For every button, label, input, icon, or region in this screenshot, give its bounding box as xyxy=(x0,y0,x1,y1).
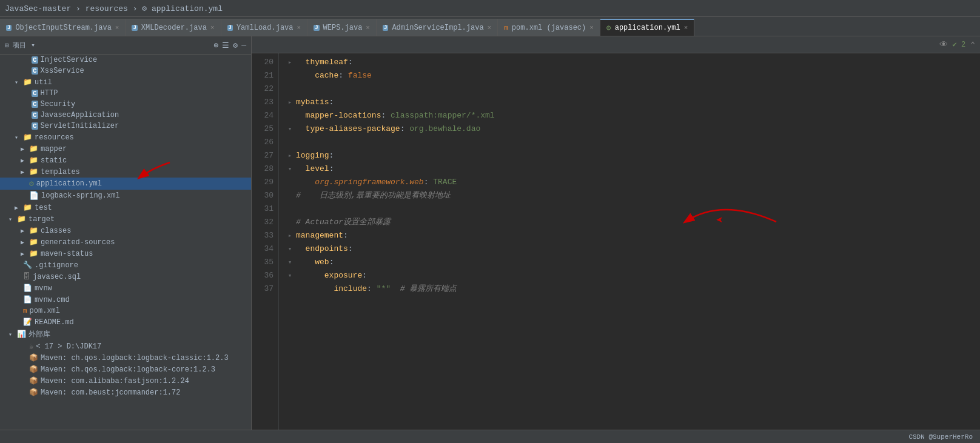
fold-gutter[interactable]: ▾ xyxy=(284,256,296,269)
tree-item-gitignore[interactable]: 🔧 .gitignore xyxy=(0,259,251,271)
tree-item-util[interactable]: ▾ 📁 util xyxy=(0,76,251,88)
code-text: web: xyxy=(296,256,334,269)
expand-arrow11: ▾ xyxy=(8,331,17,338)
tree-item-logback-core[interactable]: 📦 Maven: ch.qos.logback:logback-core:1.2… xyxy=(0,364,251,375)
eye-icon[interactable]: 👁 xyxy=(939,40,948,50)
collapse-icon[interactable]: ☰ xyxy=(222,41,229,50)
code-text: thymeleaf: xyxy=(296,56,353,69)
code-line-29: org.springframework.web: TRACE xyxy=(279,176,980,189)
java-tab-icon: J xyxy=(6,25,12,31)
tree-label: .gitignore xyxy=(35,261,78,270)
fold-gutter[interactable]: ▸ xyxy=(284,229,296,242)
tree-item-generated-sources[interactable]: ▶ 📁 generated-sources xyxy=(0,236,251,248)
fold-gutter[interactable]: ▾ xyxy=(284,122,296,136)
class-icon4: C xyxy=(32,101,38,108)
minimize-icon[interactable]: — xyxy=(241,41,246,50)
tree-label: javasec.sql xyxy=(33,273,81,281)
tree-label: Maven: ch.qos.logback:logback-classic:1.… xyxy=(41,354,229,362)
tree-item-maven-status[interactable]: ▶ 📁 maven-status xyxy=(0,248,251,259)
fold-gutter[interactable]: ▾ xyxy=(284,162,296,176)
code-text: management: xyxy=(296,229,348,242)
watermark-text: CSDN @SuperHerRo xyxy=(908,433,973,441)
class-icon5: C xyxy=(32,112,38,119)
tree-item-readme[interactable]: 📝 README.md xyxy=(0,316,251,328)
maven-tab-icon: m xyxy=(504,24,508,32)
tree-item-jdk17[interactable]: ☕ < 17 > D:\JDK17 xyxy=(0,341,251,352)
tree-item-pomxml[interactable]: m pom.xml xyxy=(0,305,251,316)
tree-label: application.yml xyxy=(36,179,102,188)
class-icon6: C xyxy=(32,122,38,130)
tab-adminservice[interactable]: J AdminServiceImpl.java × xyxy=(377,19,498,36)
expand-arrow3: ▶ xyxy=(21,145,29,153)
code-text: endpoints: xyxy=(296,242,353,256)
tab-xmldecoder[interactable]: J XMLDecoder.java × xyxy=(126,19,221,36)
code-text: type-aliases-package: org.bewhale.dao xyxy=(296,122,480,136)
fold-gutter[interactable]: ▸ xyxy=(284,96,296,109)
tree-item-javasecapp[interactable]: C JavasecApplication xyxy=(0,110,251,121)
toolbar-chevron[interactable]: ▾ xyxy=(31,41,35,49)
sync-icon[interactable]: ⊕ xyxy=(214,41,219,50)
close-icon[interactable]: × xyxy=(488,24,492,32)
tree-item-templates[interactable]: ▶ 📁 templates xyxy=(0,166,251,178)
tree-item-injectservice[interactable]: C InjectService xyxy=(0,55,251,65)
close-icon[interactable]: × xyxy=(366,24,370,32)
close-icon[interactable]: × xyxy=(589,24,594,32)
fold-gutter[interactable]: ▸ xyxy=(284,56,296,69)
close-icon[interactable]: × xyxy=(297,24,301,32)
code-line-35: ▾ web: xyxy=(279,256,980,269)
xml-icon: 📄 xyxy=(29,191,39,201)
tree-item-logback-classic[interactable]: 📦 Maven: ch.qos.logback:logback-classic:… xyxy=(0,352,251,364)
yaml-tab-icon: ⚙ xyxy=(606,23,611,33)
close-icon[interactable]: × xyxy=(684,24,688,32)
code-text: # 日志级别,最重要的功能是看映射地址 xyxy=(296,189,451,202)
tree-item-mvnwcmd[interactable]: 📄 mvnw.cmd xyxy=(0,294,251,305)
tree-label: test xyxy=(35,204,52,212)
top-bar: JavaSec-master › resources › ⚙ applicati… xyxy=(0,0,980,17)
dep-icon4: 📦 xyxy=(29,388,38,397)
fold-gutter[interactable]: ▾ xyxy=(284,269,296,282)
tree-item-servletinitializer[interactable]: C ServletInitializer xyxy=(0,121,251,132)
tree-item-external-libs[interactable]: ▾ 📊 外部库 xyxy=(0,328,251,341)
tab-objectinputstream[interactable]: J ObjectInputStream.java × xyxy=(0,19,126,36)
tree-item-logback[interactable]: 📄 logback-spring.xml xyxy=(0,190,251,202)
tree-item-static[interactable]: ▶ 📁 static xyxy=(0,155,251,166)
tree-item-mvnw[interactable]: 📄 mvnw xyxy=(0,282,251,294)
tree-item-jcommander[interactable]: 📦 Maven: com.beust:jcommander:1.72 xyxy=(0,387,251,398)
close-icon[interactable]: × xyxy=(115,24,119,32)
tree-item-sql[interactable]: 🗄 javasec.sql xyxy=(0,271,251,282)
expand-editor-icon[interactable]: ⌃ xyxy=(970,40,975,50)
yaml-icon: ⚙ xyxy=(29,179,34,188)
tree-item-mapper[interactable]: ▶ 📁 mapper xyxy=(0,143,251,155)
code-text: # Actuator设置全部暴露 xyxy=(296,216,391,229)
tree-item-xssservice[interactable]: C XssService xyxy=(0,65,251,76)
fold-gutter[interactable]: ▸ xyxy=(284,149,296,162)
tab-pomxml[interactable]: m pom.xml (javasec) × xyxy=(498,19,600,36)
code-area[interactable]: 20 21 22 23 24 25 26 27 28 29 30 31 32 3… xyxy=(252,53,980,430)
code-line-21: cache: false xyxy=(279,69,980,82)
tab-weps[interactable]: J WEPS.java × xyxy=(307,19,377,36)
code-text: org.springframework.web: TRACE xyxy=(296,176,457,189)
code-content[interactable]: ▸ thymeleaf: cache: false ▸ mybatis: xyxy=(279,53,980,430)
expand-arrow6: ▶ xyxy=(15,204,23,212)
tree-label: classes xyxy=(41,227,71,235)
tree-item-classes[interactable]: ▶ 📁 classes xyxy=(0,225,251,236)
tree-item-fastjson[interactable]: 📦 Maven: com.alibaba:fastjson:1.2.24 xyxy=(0,375,251,387)
fold-gutter[interactable]: ▾ xyxy=(284,242,296,256)
project-label: ⊞ 项目 xyxy=(5,41,26,50)
tab-yamlload[interactable]: J YamlLoad.java × xyxy=(221,19,308,36)
tree-label: JavasecApplication xyxy=(41,111,119,119)
md-icon: 📝 xyxy=(23,318,32,327)
tree-item-application-yml[interactable]: ⚙ application.yml xyxy=(0,178,251,190)
close-icon[interactable]: × xyxy=(210,24,215,32)
settings-icon[interactable]: ⚙ xyxy=(233,41,238,50)
arrow-svg xyxy=(673,179,782,228)
code-line-28: ▾ level: xyxy=(279,162,980,176)
tab-application-yml[interactable]: ⚙ application.yml × xyxy=(600,19,694,36)
code-text: mybatis: xyxy=(296,96,334,109)
breadcrumb: JavaSec-master › resources › ⚙ applicati… xyxy=(5,4,223,13)
tree-item-resources[interactable]: ▾ 📁 resources xyxy=(0,132,251,143)
tree-item-test[interactable]: ▶ 📁 test xyxy=(0,202,251,213)
tree-item-target[interactable]: ▾ 📁 target xyxy=(0,213,251,225)
tree-item-security[interactable]: C Security xyxy=(0,99,251,110)
tree-item-http[interactable]: C HTTP xyxy=(0,88,251,99)
